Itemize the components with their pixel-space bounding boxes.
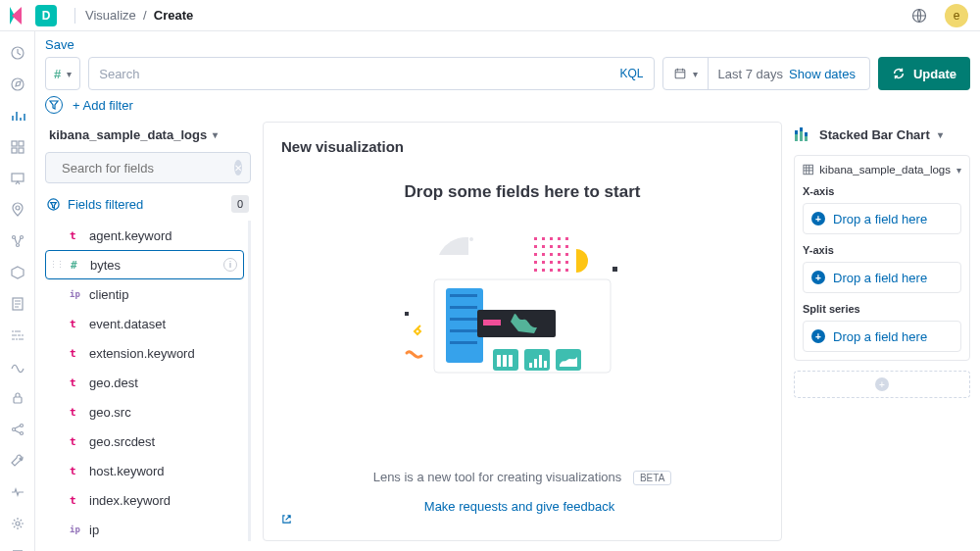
field-name: geo.src — [89, 405, 131, 420]
field-item[interactable]: ⋮⋮ipip — [45, 515, 244, 541]
nav-monitoring-icon[interactable] — [9, 484, 26, 500]
chevron-down-icon: ▾ — [693, 69, 698, 79]
index-pattern-selector[interactable]: kibana_sample_data_logs ▾ — [45, 122, 251, 152]
date-picker[interactable]: ▾ Last 7 days Show dates — [662, 57, 870, 90]
layer-panel: kibana_sample_data_logs ▾ X-axis + Drop … — [794, 155, 970, 361]
split-series-drop[interactable]: + Drop a field here — [803, 321, 961, 352]
add-filter-button[interactable]: + Add filter — [73, 98, 133, 113]
svg-rect-33 — [542, 253, 545, 256]
header-divider — [74, 8, 75, 24]
query-input[interactable] — [99, 67, 619, 81]
svg-rect-4 — [19, 141, 24, 146]
y-axis-drop[interactable]: + Drop a field here — [803, 262, 961, 293]
svg-rect-65 — [544, 361, 547, 368]
update-button-label: Update — [913, 67, 956, 81]
field-search-input[interactable] — [62, 161, 226, 175]
nav-dashboard-icon[interactable] — [9, 139, 26, 155]
field-item[interactable]: ⋮⋮#bytesi — [45, 250, 244, 279]
svg-rect-37 — [534, 261, 537, 264]
svg-rect-30 — [558, 245, 561, 248]
drop-hint: Drop a field here — [833, 329, 927, 344]
nav-discover-icon[interactable] — [9, 76, 26, 92]
query-input-wrapper: KQL — [88, 57, 654, 90]
svg-rect-34 — [550, 253, 553, 256]
show-dates-link[interactable]: Show dates — [789, 67, 856, 81]
field-item[interactable]: ⋮⋮tindex.keyword — [45, 485, 244, 515]
nav-management-icon[interactable] — [9, 516, 26, 531]
field-item[interactable]: ⋮⋮tgeo.dest — [45, 368, 244, 397]
chart-type-selector[interactable]: Stacked Bar Chart ▾ — [794, 122, 970, 145]
filter-menu-icon[interactable] — [45, 96, 63, 114]
nav-logs-icon[interactable] — [9, 296, 26, 312]
breadcrumb-current: Create — [154, 8, 193, 23]
space-selector[interactable]: D — [35, 5, 57, 26]
calendar-icon — [673, 67, 687, 80]
field-item[interactable]: ⋮⋮tagent.keyword — [45, 221, 244, 250]
x-axis-drop[interactable]: + Drop a field here — [803, 203, 961, 234]
svg-rect-26 — [565, 237, 568, 240]
drop-hint: Drop a field here — [833, 212, 927, 226]
nav-apm-icon[interactable] — [9, 327, 26, 343]
external-link-icon — [281, 514, 763, 525]
drag-handle-icon: ⋮⋮ — [49, 260, 63, 270]
query-language-toggle[interactable]: KQL — [619, 67, 643, 80]
nav-devtools-icon[interactable] — [9, 453, 26, 469]
field-name: index.keyword — [89, 493, 171, 508]
svg-rect-54 — [450, 341, 477, 344]
svg-rect-70 — [800, 131, 803, 141]
save-button[interactable]: Save — [45, 37, 74, 52]
svg-rect-56 — [483, 320, 501, 326]
nav-graph-icon[interactable] — [9, 422, 26, 437]
field-type-icon: t — [70, 435, 81, 448]
field-name: event.dataset — [89, 317, 166, 331]
svg-rect-32 — [534, 253, 537, 256]
feedback-link[interactable]: Make requests and give feedback — [281, 499, 763, 525]
nav-infrastructure-icon[interactable] — [9, 265, 26, 280]
nav-uptime-icon[interactable] — [9, 359, 26, 375]
field-type-icon: t — [70, 465, 81, 477]
svg-rect-60 — [509, 355, 513, 367]
field-item[interactable]: ⋮⋮tgeo.src — [45, 397, 244, 426]
update-button[interactable]: Update — [878, 57, 970, 90]
nav-maps-icon[interactable] — [9, 202, 26, 218]
refresh-icon — [892, 67, 906, 80]
field-item[interactable]: ⋮⋮thost.keyword — [45, 456, 244, 485]
filter-scope-button[interactable]: # ▾ — [45, 57, 80, 90]
add-layer-button[interactable]: + — [794, 371, 970, 398]
svg-rect-35 — [558, 253, 561, 256]
nav-recent-icon[interactable] — [9, 45, 26, 61]
field-item[interactable]: ⋮⋮tevent.dataset — [45, 309, 244, 338]
svg-rect-44 — [550, 269, 553, 272]
field-item[interactable]: ⋮⋮ipclientip — [45, 279, 244, 309]
canvas-empty-state: Drop some fields here to start — [281, 182, 763, 470]
chart-type-label: Stacked Bar Chart — [819, 127, 930, 142]
filter-icon — [47, 198, 60, 211]
svg-rect-13 — [14, 397, 22, 403]
user-avatar[interactable]: e — [945, 4, 968, 27]
plus-icon: + — [875, 377, 889, 391]
svg-rect-58 — [497, 355, 501, 367]
field-item[interactable]: ⋮⋮textension.keyword — [45, 338, 244, 368]
clear-search-icon[interactable]: ✕ — [234, 160, 242, 175]
layer-index-pattern[interactable]: kibana_sample_data_logs ▾ — [803, 164, 961, 175]
query-bar: # ▾ KQL ▾ Last 7 days Show dates Update — [35, 57, 980, 96]
field-item[interactable]: ⋮⋮tgeo.srcdest — [45, 426, 244, 456]
kibana-logo-icon[interactable] — [6, 5, 27, 26]
news-feed-icon[interactable] — [907, 4, 931, 27]
nav-canvas-icon[interactable] — [9, 171, 26, 186]
field-name: geo.dest — [89, 376, 138, 390]
svg-rect-62 — [529, 363, 532, 368]
nav-collapse-icon[interactable] — [9, 547, 26, 551]
svg-rect-73 — [805, 132, 808, 136]
nav-visualize-icon[interactable] — [9, 108, 26, 124]
nav-ml-icon[interactable] — [9, 233, 26, 249]
field-list[interactable]: ⋮⋮tagent.keyword⋮⋮#bytesi⋮⋮ipclientip⋮⋮t… — [45, 221, 251, 541]
fields-filtered-toggle[interactable]: Fields filtered 0 — [45, 191, 251, 221]
nav-security-icon[interactable] — [9, 390, 26, 406]
canvas-title: New visualization — [281, 138, 763, 155]
svg-rect-64 — [539, 355, 542, 368]
field-type-icon: t — [70, 347, 81, 360]
breadcrumb-parent[interactable]: Visualize — [85, 8, 136, 23]
visualization-canvas[interactable]: New visualization Drop some fields here … — [263, 122, 782, 541]
info-icon[interactable]: i — [223, 258, 237, 272]
